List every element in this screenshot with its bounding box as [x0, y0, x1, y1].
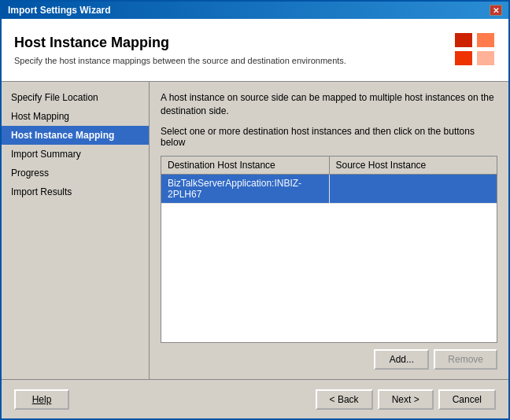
source-cell	[330, 175, 497, 203]
logo-block-2	[477, 33, 494, 47]
sidebar-item-host-mapping[interactable]: Host Mapping	[2, 107, 149, 126]
footer-right: < Back Next > Cancel	[316, 389, 496, 410]
next-button[interactable]: Next >	[378, 389, 434, 410]
sidebar-item-specify-file-location[interactable]: Specify File Location	[2, 88, 149, 107]
sidebar-item-progress[interactable]: Progress	[2, 164, 149, 182]
footer: Help < Back Next > Cancel	[2, 379, 508, 418]
col-source-header: Source Host Instance	[330, 157, 497, 174]
sidebar-item-label: Host Mapping	[11, 111, 69, 122]
page-description: Specify the host instance mappings betwe…	[14, 56, 346, 65]
wizard-window: Import Settings Wizard ✕ Host Instance M…	[0, 0, 510, 420]
main-content: Specify File Location Host Mapping Host …	[2, 82, 508, 379]
help-label: Help	[32, 394, 52, 405]
table-buttons: Add... Remove	[161, 349, 497, 370]
logo	[455, 33, 496, 68]
title-bar: Import Settings Wizard ✕	[2, 2, 508, 19]
sidebar-item-label: Host Instance Mapping	[11, 130, 114, 141]
sidebar-item-label: Specify File Location	[11, 92, 98, 103]
table-row[interactable]: BizTalkServerApplication:INBIZ-2PLH67	[161, 175, 497, 204]
sidebar-item-import-summary[interactable]: Import Summary	[2, 145, 149, 164]
sidebar-item-import-results[interactable]: Import Results	[2, 182, 149, 201]
sidebar-item-label: Progress	[11, 168, 49, 179]
content-area: A host instance on source side can be ma…	[150, 82, 508, 379]
table-header: Destination Host Instance Source Host In…	[161, 157, 497, 175]
help-button[interactable]: Help	[14, 389, 69, 410]
remove-button[interactable]: Remove	[434, 349, 497, 370]
back-button[interactable]: < Back	[316, 389, 373, 410]
sidebar: Specify File Location Host Mapping Host …	[2, 82, 150, 379]
sidebar-item-label: Import Results	[11, 186, 72, 197]
destination-cell: BizTalkServerApplication:INBIZ-2PLH67	[161, 175, 330, 203]
logo-block-1	[455, 33, 472, 47]
host-instance-table: Destination Host Instance Source Host In…	[161, 156, 497, 343]
close-button[interactable]: ✕	[490, 5, 502, 16]
col-destination-header: Destination Host Instance	[161, 157, 330, 174]
title-bar-title: Import Settings Wizard	[8, 5, 111, 16]
add-button[interactable]: Add...	[374, 349, 429, 370]
sidebar-item-host-instance-mapping[interactable]: Host Instance Mapping	[2, 126, 149, 145]
page-title: Host Instance Mapping	[14, 35, 346, 51]
cancel-button[interactable]: Cancel	[438, 389, 496, 410]
title-bar-left: Import Settings Wizard	[8, 5, 111, 16]
table-body: BizTalkServerApplication:INBIZ-2PLH67	[161, 175, 497, 342]
header-text: Host Instance Mapping Specify the host i…	[14, 35, 346, 65]
logo-block-3	[455, 51, 472, 65]
logo-block-4	[477, 51, 494, 65]
close-icon: ✕	[493, 6, 499, 15]
header-area: Host Instance Mapping Specify the host i…	[2, 19, 508, 82]
content-instruction: Select one or more destination host inst…	[161, 126, 497, 148]
sidebar-item-label: Import Summary	[11, 149, 81, 160]
content-description: A host instance on source side can be ma…	[161, 91, 497, 118]
